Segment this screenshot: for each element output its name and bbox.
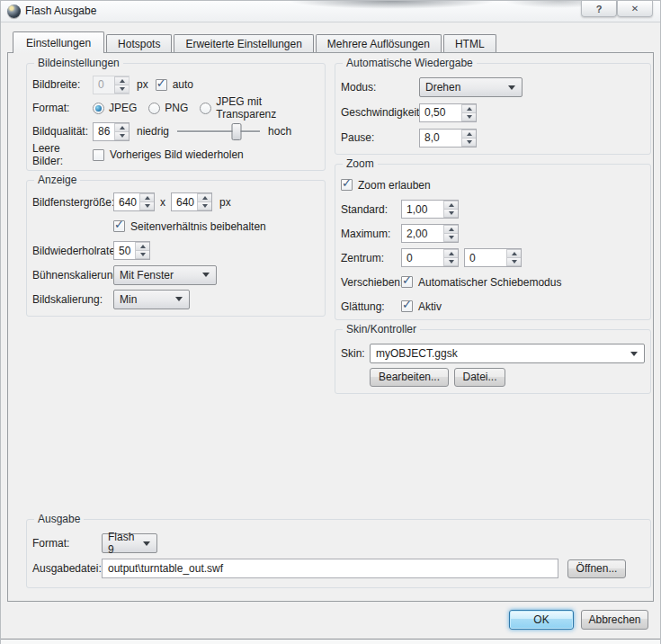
ausgabedatei-row: Ausgabedatei: output\turntable_out.swf Ö… xyxy=(32,556,643,581)
geschwindigkeit-spinner[interactable]: 0,50 xyxy=(419,103,477,122)
tab-erweiterte-einstellungen[interactable]: Erweiterte Einstellungen xyxy=(174,34,313,52)
spin-down-button[interactable] xyxy=(443,209,458,218)
bildqualitaet-spinner[interactable]: 86 xyxy=(93,122,130,141)
auto-checkbox[interactable]: ✓ xyxy=(156,79,167,91)
arrow-up-icon xyxy=(145,196,150,200)
vorheriges-bild-checkbox[interactable] xyxy=(93,149,104,161)
chevron-down-icon xyxy=(630,352,638,356)
input-value: output\turntable_out.swf xyxy=(108,562,223,575)
spin-down-button[interactable] xyxy=(506,257,521,266)
oeffnen-button[interactable]: Öffnen... xyxy=(567,559,626,578)
close-button[interactable]: ✕ xyxy=(617,1,653,17)
datei-button[interactable]: Datei... xyxy=(454,368,505,387)
group-title: Ausgabe xyxy=(34,513,84,525)
spin-down-button[interactable] xyxy=(461,112,476,121)
spinner-buttons xyxy=(114,76,129,94)
arrow-down-icon xyxy=(467,140,472,144)
spin-up-button[interactable] xyxy=(443,225,458,233)
window-title: Flash Ausgabe xyxy=(25,4,96,17)
zoom-erlauben-checkbox[interactable]: ✓ xyxy=(341,179,353,191)
spin-up-button[interactable] xyxy=(114,123,129,131)
ausgabedatei-input[interactable]: output\turntable_out.swf xyxy=(102,559,558,578)
arrow-up-icon xyxy=(449,203,454,207)
spin-down-button[interactable] xyxy=(197,201,211,210)
spinner-buttons xyxy=(139,193,154,210)
spinner-value: 2,00 xyxy=(402,225,443,242)
skin-combobox[interactable]: myOBJECT.ggsk xyxy=(370,344,645,363)
verschieben-label: Verschieben: xyxy=(341,276,401,289)
spin-up-button[interactable] xyxy=(135,242,149,250)
radio-jpeg-transparenz[interactable]: JPEG mit Transparenz xyxy=(200,95,306,121)
schiebemodus-checkbox[interactable]: ✓ xyxy=(401,276,413,288)
format-label: Format: xyxy=(32,102,93,114)
fenster-breite-spinner[interactable]: 640 xyxy=(113,192,155,211)
spin-up-button[interactable] xyxy=(443,201,458,209)
spinner-value: 0 xyxy=(402,249,443,266)
arrow-up-icon xyxy=(120,126,125,130)
spinner-value: 86 xyxy=(94,123,114,140)
spin-down-button[interactable] xyxy=(443,257,458,266)
standard-spinner[interactable]: 1,00 xyxy=(401,200,459,219)
bildbreite-spinner[interactable]: 0 xyxy=(93,76,130,94)
format-row: Format: JPEG PNG JPEG mit Transparenz xyxy=(32,96,317,120)
tab-html[interactable]: HTML xyxy=(443,34,496,52)
maximum-spinner[interactable]: 2,00 xyxy=(401,224,459,243)
schiebemodus-checkbox-label: Automatischer Schiebemodus xyxy=(418,276,561,289)
spin-up-button[interactable] xyxy=(114,76,129,85)
arrow-down-icon xyxy=(145,204,150,208)
zentrum-x-spinner[interactable]: 0 xyxy=(401,248,459,267)
close-icon: ✕ xyxy=(631,4,639,13)
group-zoom: Zoom ✓ Zoom erlauben Standard: 1,00 xyxy=(335,164,651,320)
fenster-hoehe-spinner[interactable]: 640 xyxy=(171,192,212,211)
arrow-up-icon xyxy=(202,196,208,200)
spin-up-button[interactable] xyxy=(139,193,154,201)
spinner-value: 8,0 xyxy=(420,130,461,147)
spinner-buttons xyxy=(443,201,458,218)
spin-up-button[interactable] xyxy=(197,193,211,201)
arrow-down-icon xyxy=(202,204,208,208)
spin-down-button[interactable] xyxy=(461,138,476,147)
cancel-button[interactable]: Abbrechen xyxy=(581,610,648,630)
dropdown-value: Mit Fenster xyxy=(120,269,174,282)
bildbreite-label: Bildbreite: xyxy=(32,78,93,91)
seitenverhaeltnis-checkbox[interactable]: ✓ xyxy=(113,220,125,232)
tab-einstellungen[interactable]: Einstellungen xyxy=(13,31,104,53)
glaettung-checkbox[interactable]: ✓ xyxy=(401,300,413,312)
bildskalierung-dropdown[interactable]: Min xyxy=(113,290,190,309)
spinner-buttons xyxy=(506,249,521,266)
radio-png[interactable]: PNG xyxy=(148,102,188,114)
ausgabe-format-dropdown[interactable]: Flash 9 xyxy=(102,533,157,553)
radio-jpeg[interactable]: JPEG xyxy=(93,102,137,114)
slider-thumb[interactable] xyxy=(232,123,242,140)
tab-mehrere-aufloesungen[interactable]: Mehrere Auflösungen xyxy=(316,34,442,52)
spinner-buttons xyxy=(197,193,211,210)
bearbeiten-button[interactable]: Bearbeiten... xyxy=(370,368,449,387)
px-unit-label: px xyxy=(219,196,231,209)
spin-down-button[interactable] xyxy=(114,131,129,140)
bildwiederholrate-spinner[interactable]: 50 xyxy=(113,241,150,260)
spin-down-button[interactable] xyxy=(135,250,149,259)
spin-down-button[interactable] xyxy=(139,201,154,210)
spin-down-button[interactable] xyxy=(443,233,458,242)
ok-button[interactable]: OK xyxy=(509,610,574,630)
spinner-buttons xyxy=(461,130,476,147)
tab-hotspots[interactable]: Hotspots xyxy=(106,34,172,52)
modus-dropdown[interactable]: Drehen xyxy=(419,77,523,97)
spin-up-button[interactable] xyxy=(506,249,521,257)
spin-up-button[interactable] xyxy=(461,130,476,138)
left-column: Bildeinstellungen Bildbreite: 0 px ✓ a xyxy=(26,63,326,326)
arrow-down-icon xyxy=(140,253,146,256)
arrow-up-icon xyxy=(449,252,454,255)
zoom-erlauben-checkbox-label: Zoom erlauben xyxy=(358,179,431,192)
help-button[interactable]: ? xyxy=(581,1,617,17)
pause-spinner[interactable]: 8,0 xyxy=(419,129,477,148)
spin-down-button[interactable] xyxy=(114,85,129,94)
spinner-value: 1,00 xyxy=(402,201,443,218)
zentrum-y-spinner[interactable]: 0 xyxy=(464,248,522,267)
standard-row: Standard: 1,00 xyxy=(341,197,643,221)
spin-up-button[interactable] xyxy=(443,249,458,257)
size-separator: x xyxy=(160,196,165,209)
buehnenskalierung-dropdown[interactable]: Mit Fenster xyxy=(113,265,217,285)
spin-up-button[interactable] xyxy=(461,104,476,112)
quality-slider[interactable] xyxy=(177,123,260,140)
